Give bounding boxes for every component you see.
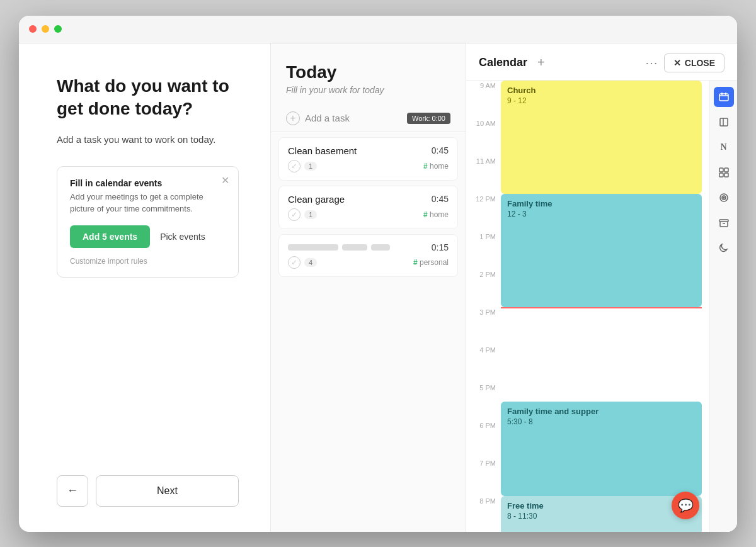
task-top: Clean basement 0:45 <box>288 145 449 156</box>
svg-rect-9 <box>724 173 728 177</box>
notion-letter: N <box>720 142 726 152</box>
sidebar-icon-notion[interactable]: N <box>714 137 734 157</box>
hash-icon: # <box>413 258 418 267</box>
sidebar-icon-calendar[interactable] <box>714 87 734 107</box>
svg-point-12 <box>723 197 724 198</box>
close-traffic-light[interactable] <box>29 25 37 33</box>
svg-rect-8 <box>719 173 723 177</box>
sidebar-icon-sleep[interactable] <box>714 238 734 258</box>
events-column: Church 9 - 12 Family time 12 - 3 Family <box>501 81 709 532</box>
blur-block <box>371 244 390 251</box>
add-events-button[interactable]: Add 5 events <box>70 225 150 248</box>
sidebar-icons: N <box>709 81 737 532</box>
svg-rect-4 <box>720 118 728 126</box>
sidebar-icon-layers[interactable] <box>714 112 734 132</box>
work-badge: Work: 0:00 <box>407 113 450 124</box>
close-calendar-button[interactable]: ✕ CLOSE <box>664 54 724 72</box>
card-close-button[interactable]: ✕ <box>221 176 229 186</box>
page-heading: What do you want to get done today? <box>57 75 239 121</box>
card-actions: Add 5 events Pick events <box>70 225 226 248</box>
blur-block <box>342 244 367 251</box>
calendar-header-right: ⋯ ✕ CLOSE <box>645 54 724 72</box>
blur-block <box>288 244 338 251</box>
sidebar-icon-archive[interactable] <box>714 213 734 233</box>
task-bottom: ✓ 1 # home <box>288 160 449 172</box>
time-column: 9 AM 10 AM 11 AM 12 PM 1 PM 2 PM 3 PM 4 … <box>466 81 501 532</box>
task-time: 0:45 <box>432 194 449 204</box>
task-item: Clean basement 0:45 ✓ 1 # home <box>278 137 458 181</box>
today-header: Today Fill in your work for today <box>271 43 466 105</box>
add-task-row: + Add a task Work: 0:00 <box>271 105 466 132</box>
family-time-event[interactable]: Family time 12 - 3 <box>501 194 702 307</box>
traffic-lights <box>29 25 62 33</box>
time-slot: 9 AM <box>466 81 501 118</box>
time-slot: 2 PM <box>466 269 501 307</box>
calendar-events-card: Fill in calendar events ✕ Add your meeti… <box>57 166 239 278</box>
main-content: What do you want to get done today? Add … <box>19 43 737 532</box>
add-task-button[interactable]: + Add a task <box>286 111 350 125</box>
task-check-area: ✓ 1 <box>288 160 317 172</box>
svg-rect-6 <box>719 168 723 172</box>
time-slot: 8 PM <box>466 496 501 532</box>
svg-rect-13 <box>719 220 728 222</box>
tag-label: personal <box>420 258 449 267</box>
svg-rect-0 <box>719 94 728 101</box>
time-slot: 5 PM <box>466 383 501 420</box>
check-circle[interactable]: ✓ <box>288 256 301 269</box>
today-subtitle: Fill in your work for today <box>286 85 450 95</box>
add-task-label: Add a task <box>305 113 350 123</box>
task-bottom: ✓ 1 # home <box>288 208 449 221</box>
event-time: 8 - 11:30 <box>507 512 696 521</box>
blurred-task-name <box>288 244 390 251</box>
plus-icon: + <box>286 111 300 125</box>
family-supper-event[interactable]: Family time and supper 5:30 - 8 <box>501 402 702 496</box>
right-panel: Calendar + ⋯ ✕ CLOSE 9 AM 10 AM 11 AM <box>466 43 737 532</box>
task-name: Clean basement <box>288 145 357 156</box>
events-inner: Church 9 - 12 Family time 12 - 3 Family <box>501 81 704 532</box>
current-time-line <box>501 307 702 308</box>
event-title: Family time <box>507 199 696 208</box>
left-panel: What do you want to get done today? Add … <box>19 43 271 532</box>
task-tag: # home <box>423 162 449 171</box>
svg-rect-7 <box>724 168 728 172</box>
task-check-area: ✓ 4 <box>288 256 317 269</box>
chat-fab-button[interactable]: 💬 <box>672 492 699 519</box>
calendar-add-button[interactable]: + <box>537 55 545 70</box>
task-top: Clean garage 0:45 <box>288 194 449 205</box>
tag-label: home <box>430 210 449 219</box>
chat-fab-icon: 💬 <box>678 498 694 513</box>
task-item-blurred: 0:15 ✓ 4 # personal <box>278 234 458 277</box>
customize-link[interactable]: Customize import rules <box>70 257 226 266</box>
calendar-title-area: Calendar + <box>479 55 545 70</box>
sidebar-icon-target[interactable] <box>714 188 734 208</box>
minimize-traffic-light[interactable] <box>42 25 49 33</box>
check-circle[interactable]: ✓ <box>288 160 301 172</box>
event-time: 12 - 3 <box>507 210 696 218</box>
time-slot: 3 PM <box>466 307 501 345</box>
time-slot: 11 AM <box>466 156 501 194</box>
app-window: What do you want to get done today? Add … <box>19 16 737 532</box>
middle-panel: Today Fill in your work for today + Add … <box>271 43 466 532</box>
calendar-body: 9 AM 10 AM 11 AM 12 PM 1 PM 2 PM 3 PM 4 … <box>466 81 737 532</box>
maximize-traffic-light[interactable] <box>54 25 62 33</box>
tag-label: home <box>430 162 449 171</box>
pick-events-button[interactable]: Pick events <box>160 232 205 242</box>
task-time: 0:15 <box>432 242 449 252</box>
sidebar-icon-office[interactable] <box>714 162 734 183</box>
next-button[interactable]: Next <box>96 475 239 507</box>
event-title: Church <box>507 86 696 95</box>
task-count: 1 <box>304 210 317 219</box>
time-slot: 12 PM <box>466 194 501 232</box>
event-title: Family time and supper <box>507 407 696 416</box>
check-circle[interactable]: ✓ <box>288 208 301 221</box>
hash-icon: # <box>423 162 428 171</box>
time-slot: 10 AM <box>466 118 501 156</box>
hash-icon: # <box>423 210 428 219</box>
calendar-more-button[interactable]: ⋯ <box>645 55 658 70</box>
time-slot: 7 PM <box>466 458 501 496</box>
title-bar <box>19 16 737 43</box>
back-button[interactable]: ← <box>57 475 88 507</box>
church-event[interactable]: Church 9 - 12 <box>501 81 702 194</box>
time-slot: 6 PM <box>466 420 501 458</box>
event-time: 5:30 - 8 <box>507 417 696 426</box>
